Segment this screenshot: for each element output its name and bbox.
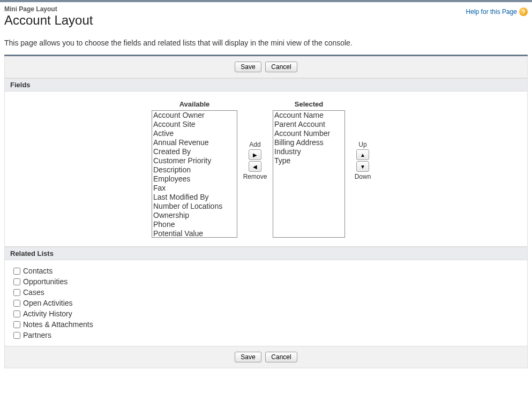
breadcrumb: Mini Page Layout (4, 5, 466, 13)
related-lists-section-header: Related Lists (4, 247, 528, 260)
selected-listbox[interactable]: Account NameParent AccountAccount Number… (273, 110, 345, 238)
list-item[interactable]: Last Modified By (152, 193, 237, 202)
arrow-right-icon: ▶ (253, 152, 257, 158)
arrow-up-icon: ▲ (360, 152, 365, 158)
help-link-label: Help for this Page (466, 8, 517, 16)
related-list-checkbox[interactable] (13, 332, 20, 339)
header-left: Mini Page Layout Account Layout (4, 5, 466, 34)
list-item[interactable]: Number of Locations (152, 202, 237, 211)
help-icon: ? (519, 7, 528, 16)
list-item[interactable]: Account Name (273, 111, 344, 120)
selected-label: Selected (295, 100, 323, 108)
arrow-down-icon: ▼ (360, 164, 365, 170)
related-list-item: Open Activities (13, 299, 519, 307)
save-button[interactable]: Save (235, 62, 261, 72)
related-list-label: Activity History (23, 309, 72, 318)
add-label: Add (249, 141, 260, 148)
top-button-bar: Save Cancel (4, 56, 528, 78)
fields-section-header: Fields (4, 78, 528, 92)
related-list-item: Contacts (13, 267, 519, 275)
related-list-checkbox[interactable] (13, 289, 20, 296)
list-item[interactable]: Account Number (273, 129, 344, 138)
list-item[interactable]: Created By (152, 147, 237, 156)
related-list-item: Opportunities (13, 277, 519, 286)
bottom-button-bar: Save Cancel (4, 346, 528, 368)
related-list-label: Opportunities (23, 277, 68, 286)
main-panel: Save Cancel Fields Available Account Own… (4, 55, 528, 368)
list-item[interactable]: Billing Address (273, 138, 344, 147)
help-for-this-page-link[interactable]: Help for this Page ? (466, 7, 528, 16)
up-down-controls: Up ▲ ▼ Down (345, 100, 380, 181)
dual-list-picker: Available Account OwnerAccount SiteActiv… (16, 100, 516, 238)
save-button-bottom[interactable]: Save (235, 352, 261, 362)
list-item[interactable]: Employees (152, 175, 237, 184)
list-item[interactable]: Parent Account (273, 120, 344, 129)
list-item[interactable]: Fax (152, 184, 237, 193)
remove-label: Remove (243, 173, 267, 180)
add-button[interactable]: ▶ (249, 149, 261, 160)
related-list-checkbox[interactable] (13, 300, 20, 307)
header-row: Mini Page Layout Account Layout Help for… (4, 5, 528, 34)
related-list-label: Notes & Attachments (23, 320, 93, 329)
list-item[interactable]: Account Site (152, 120, 237, 129)
remove-button[interactable]: ◀ (249, 161, 261, 172)
related-list-label: Contacts (23, 267, 53, 275)
related-list-checkbox[interactable] (13, 278, 20, 285)
related-list-label: Cases (23, 288, 44, 297)
add-remove-controls: Add ▶ ◀ Remove (237, 100, 273, 181)
down-label: Down (355, 173, 371, 180)
related-list-checkbox[interactable] (13, 268, 20, 275)
up-label: Up (358, 141, 366, 148)
cancel-button-bottom[interactable]: Cancel (265, 352, 297, 362)
move-up-button[interactable]: ▲ (356, 149, 369, 160)
page-container: Mini Page Layout Account Layout Help for… (0, 2, 532, 374)
related-list-checkbox[interactable] (13, 321, 20, 328)
list-item[interactable]: Description (152, 165, 237, 175)
page-title: Account Layout (4, 13, 466, 28)
related-list-item: Cases (13, 288, 519, 297)
related-list-label: Open Activities (23, 299, 73, 307)
available-listbox[interactable]: Account OwnerAccount SiteActiveAnnual Re… (152, 110, 237, 238)
list-item[interactable]: Active (152, 129, 237, 138)
list-item[interactable]: Phone (152, 220, 237, 229)
list-item[interactable]: Ownership (152, 211, 237, 220)
list-item[interactable]: Customer Priority (152, 156, 237, 165)
list-item[interactable]: Account Owner (152, 111, 237, 120)
list-item[interactable]: Potential Value (152, 229, 237, 238)
page-description: This page allows you to choose the field… (4, 39, 528, 47)
selected-column: Selected Account NameParent AccountAccou… (273, 100, 345, 238)
related-list-checkbox[interactable] (13, 310, 20, 317)
arrow-left-icon: ◀ (253, 164, 257, 170)
cancel-button[interactable]: Cancel (265, 62, 297, 72)
available-label: Available (179, 100, 210, 108)
related-list-label: Partners (23, 331, 51, 339)
related-list-item: Notes & Attachments (13, 320, 519, 329)
list-item[interactable]: Type (273, 156, 344, 165)
move-down-button[interactable]: ▼ (356, 161, 369, 172)
available-column: Available Account OwnerAccount SiteActiv… (152, 100, 237, 238)
related-list-item: Activity History (13, 309, 519, 318)
related-list-item: Partners (13, 331, 519, 339)
list-item[interactable]: Annual Revenue (152, 138, 237, 147)
list-item[interactable]: Industry (273, 147, 344, 156)
related-lists-section-body: ContactsOpportunitiesCasesOpen Activitie… (4, 260, 528, 346)
fields-section-body: Available Account OwnerAccount SiteActiv… (4, 92, 528, 247)
